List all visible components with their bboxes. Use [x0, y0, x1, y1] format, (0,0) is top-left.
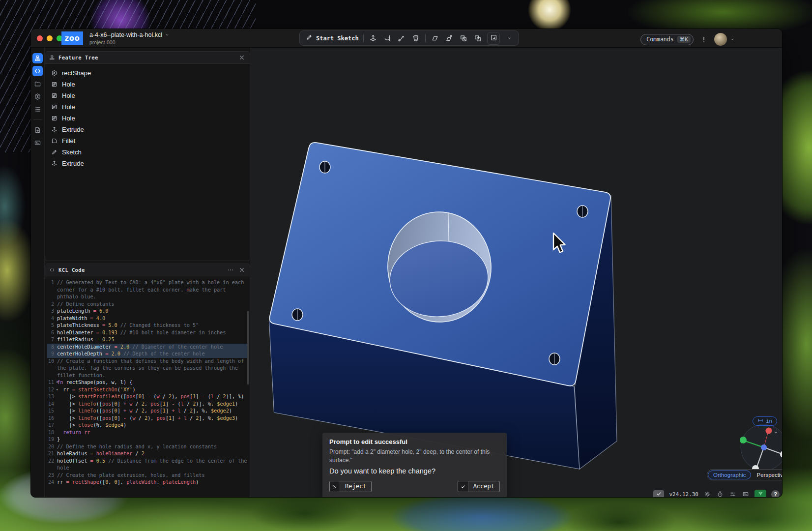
feature-tree-item-sketch[interactable]: Sketch	[45, 147, 250, 158]
code-valid-indicator[interactable]	[653, 490, 664, 498]
toolbar-sweep-button[interactable]	[397, 33, 406, 43]
file-menu-chevron-icon[interactable]	[165, 32, 170, 37]
code-line[interactable]: 14 |> lineTo([pos[0] + w / 2, pos[1] - (…	[47, 401, 248, 408]
status-stopwatch-button[interactable]	[716, 490, 724, 498]
code-line[interactable]: 12▾ rr = startSketchOn('XY')	[47, 386, 248, 394]
feature-tree-item-hole[interactable]: Hole	[45, 101, 250, 113]
toolbar-chevron-down-button[interactable]	[506, 33, 513, 43]
code-line[interactable]: 7filletRadius = 0.25	[47, 336, 248, 344]
code-line[interactable]: 15 |> lineTo([pos[0] + w / 2, pos[1] + l…	[47, 408, 248, 415]
sidebar-code-button[interactable]	[32, 66, 43, 76]
feature-tree-item-hole[interactable]: Hole	[45, 113, 250, 124]
feature-tree-item-hole[interactable]: Hole	[45, 90, 250, 101]
minimize-window-button[interactable]	[47, 35, 53, 41]
toolbar-loft-button[interactable]	[411, 33, 421, 43]
dots-icon	[227, 266, 234, 273]
code-line[interactable]: 18 return rr	[47, 429, 248, 437]
units-label: in	[766, 418, 772, 424]
insert-button[interactable]	[487, 32, 500, 45]
toast-title: Prompt to edit successful	[329, 438, 500, 445]
start-sketch-button[interactable]: Start Sketch	[306, 34, 359, 42]
kcl-code-header: KCL Code	[45, 264, 250, 276]
code-line[interactable]: 21holeRadius = holeDiameter / 2	[47, 450, 248, 458]
feature-tree-item-label: Hole	[62, 92, 75, 99]
feature-tree-item-rectshape[interactable]: rectShape	[45, 67, 250, 79]
perspective-button[interactable]: Perspective	[751, 471, 783, 479]
sidebar-export-button[interactable]	[32, 125, 43, 135]
feature-tree-list: rectShapeHoleHoleHoleHoleExtrudeFilletSk…	[45, 64, 250, 173]
code-line[interactable]: 6holeDiameter = 0.193 // #10 bolt hole d…	[47, 329, 248, 337]
code-line[interactable]: 5plateThickness = 5.0 // Changed thickne…	[47, 322, 248, 329]
toolbar-revolve-button[interactable]	[382, 33, 392, 43]
units-indicator[interactable]: in	[753, 416, 777, 426]
code-line[interactable]: 23// Create the plate extrusion, holes, …	[47, 472, 248, 479]
status-gear-button[interactable]	[703, 490, 711, 498]
toast-notification: Prompt to edit successful Prompt: "add a…	[322, 433, 507, 498]
code-icon	[49, 267, 55, 273]
model-canvas[interactable]	[250, 48, 783, 498]
gizmo-x-axis-handle	[740, 437, 747, 443]
toolbar-extrude-button[interactable]	[368, 33, 378, 43]
toolbar-boolean-union-button[interactable]	[473, 33, 483, 43]
accept-button[interactable]: Accept	[458, 481, 500, 492]
help-button[interactable]: ?	[771, 490, 780, 498]
toolbar-plane-button[interactable]	[430, 33, 440, 43]
code-line[interactable]: 16 |> lineTo([pos[0] - (w / 2), pos[1] +…	[47, 415, 248, 422]
status-sliders-button[interactable]	[729, 490, 737, 498]
alerts-button[interactable]	[700, 36, 707, 43]
code-line[interactable]: 2// Define constants	[47, 301, 248, 308]
code-line[interactable]: 10// Create a function that defines the …	[47, 358, 248, 380]
viewport-3d[interactable]: in Orthographic Perspective v24.12.30 ? …	[250, 48, 783, 498]
code-line[interactable]: 22holeOffset = 0.5 // Distance from the …	[47, 458, 248, 472]
feature-tree-item-extrude[interactable]: Extrude	[45, 158, 250, 169]
main-toolbar: Start Sketch	[299, 30, 519, 46]
sidebar-hex-fn-button[interactable]	[32, 91, 43, 102]
code-line[interactable]: 19}	[47, 436, 248, 443]
avatar[interactable]	[714, 33, 727, 46]
toast-question: Do you want to keep the change?	[329, 467, 500, 475]
feature-tree-item-label: Extrude	[62, 126, 84, 133]
code-line[interactable]: 3plateLength = 6.0	[47, 308, 248, 315]
toolbar-boolean-subtract-button[interactable]	[459, 33, 468, 43]
feature-tree-item-hole[interactable]: Hole	[45, 79, 250, 90]
feature-tree-item-label: Extrude	[62, 160, 84, 167]
code-line[interactable]: 20// Define the hole radius and x, y loc…	[47, 443, 248, 451]
toolbar-divider	[363, 34, 364, 42]
code-line[interactable]: 11▾fn rectShape(pos, w, l) {	[47, 379, 248, 386]
code-line[interactable]: 17 |> close(%, $edge4)	[47, 422, 248, 429]
feature-tree-panel: Feature Tree rectShapeHoleHoleHoleHoleEx…	[45, 51, 250, 261]
code-line[interactable]: 13 |> startProfileAt([pos[0] - (w / 2), …	[47, 393, 248, 401]
plate-model[interactable]	[269, 143, 617, 469]
sidebar-logs-button[interactable]	[32, 104, 43, 115]
kcl-code-close-button[interactable]	[238, 266, 246, 274]
feature-tree-item-extrude[interactable]: Extrude	[45, 124, 250, 135]
orthographic-button[interactable]: Orthographic	[708, 471, 751, 479]
code-line[interactable]: 24rr = rectShape([0, 0], plateWidth, pla…	[47, 479, 248, 486]
hole-icon	[51, 115, 58, 121]
status-machine-button[interactable]	[742, 490, 750, 498]
toolbar-offset-plane-button[interactable]	[444, 33, 454, 43]
commands-button[interactable]: Commands ⌘K	[640, 34, 694, 45]
app-logo[interactable]: zoo	[61, 31, 83, 45]
code-line[interactable]: 9centerHoleDepth = 2.0 // Depth of the c…	[47, 351, 248, 358]
chevron-down-icon	[730, 37, 735, 42]
code-line[interactable]: 8centerHoleDiameter = 2.0 // Diameter of…	[47, 344, 248, 351]
check-icon	[656, 491, 662, 498]
sidebar-machine-button[interactable]	[32, 138, 43, 148]
toolbar-divider	[425, 34, 426, 42]
sidebar-folder-button[interactable]	[32, 79, 43, 89]
code-editor[interactable]: 1// Generated by Text-to-CAD: a 4"x6" pl…	[45, 276, 250, 498]
kcl-code-menu-button[interactable]	[227, 266, 234, 274]
feature-tree-close-button[interactable]	[238, 54, 246, 61]
code-line[interactable]: 4plateWidth = 4.0	[47, 315, 248, 323]
reject-button[interactable]: Reject	[329, 481, 372, 492]
feature-tree-item-fillet[interactable]: Fillet	[45, 135, 250, 147]
chevron-down-icon	[773, 430, 779, 435]
code-scrollbar[interactable]	[247, 311, 249, 384]
close-window-button[interactable]	[37, 35, 43, 41]
code-line[interactable]: 1// Generated by Text-to-CAD: a 4"x6" pl…	[47, 279, 248, 301]
gizmo-menu-button[interactable]	[773, 430, 779, 435]
user-menu-chevron[interactable]	[730, 37, 735, 42]
network-status-button[interactable]	[754, 490, 766, 498]
sidebar-feature-tree-button[interactable]	[32, 53, 43, 63]
